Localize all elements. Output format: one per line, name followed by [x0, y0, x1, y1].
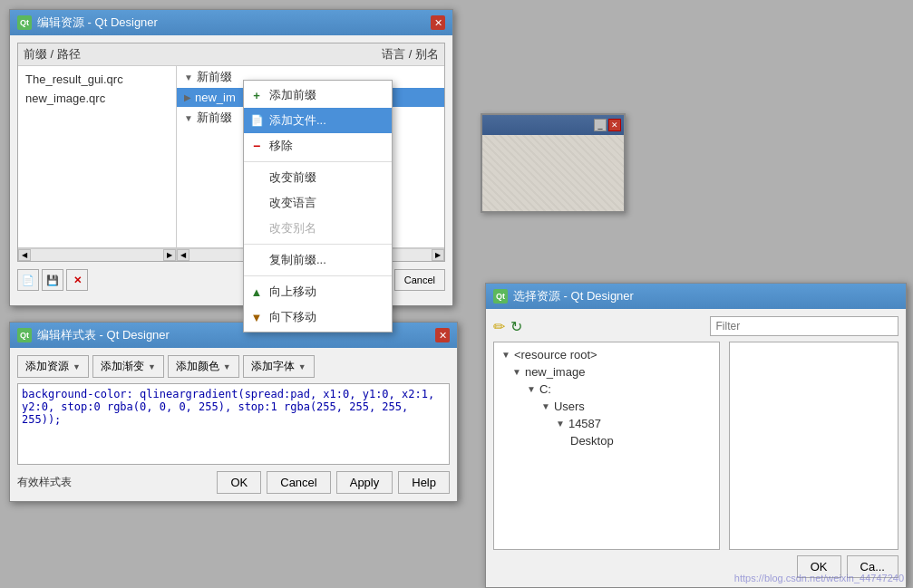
css-textarea[interactable]: background-color: qlineargradient(spread… — [17, 383, 450, 465]
tree-item[interactable]: ▼ Users — [498, 398, 715, 415]
add-color-button[interactable]: 添加颜色 ▼ — [168, 355, 239, 378]
separator-3 — [244, 275, 392, 276]
dropdown-arrow-icon-2: ▼ — [148, 362, 156, 371]
style-footer: 有效样式表 OK Cancel Apply Help — [17, 468, 450, 494]
context-change-alias-label: 改变别名 — [269, 220, 316, 236]
context-change-prefix-label: 改变前缀 — [269, 169, 316, 186]
style-footer-buttons: OK Cancel Apply Help — [217, 471, 450, 494]
close-button[interactable]: ✕ — [608, 119, 621, 131]
titlebar-left: Qt 编辑资源 - Qt Designer — [17, 14, 158, 31]
add-file-icon: 📄 — [249, 113, 264, 128]
select-resource-body: ✏ ↻ ▼ <resource root> ▼ new_image ▼ C: — [486, 309, 906, 587]
inner-qt-titlebar: _ ✕ — [482, 115, 624, 135]
add-gradient-label: 添加渐变 — [101, 359, 144, 374]
tree-item-label: <resource root> — [514, 348, 597, 361]
qt-logo-icon: Qt — [17, 15, 32, 30]
add-prefix-icon — [249, 88, 264, 102]
add-font-button[interactable]: 添加字体 ▼ — [243, 355, 315, 378]
expand-icon: ▶ — [184, 92, 191, 102]
context-move-up[interactable]: ▲ 向上移动 — [244, 279, 392, 304]
refresh-icon: ↻ — [510, 318, 522, 335]
expand-icon: ▼ — [184, 72, 193, 82]
minimize-button[interactable]: _ — [594, 119, 607, 131]
context-change-lang[interactable]: 改变语言 — [244, 190, 392, 216]
tree-item-label: new_image — [525, 365, 586, 379]
prefix-label: 新前缀 — [197, 110, 232, 126]
context-change-prefix[interactable]: 改变前缀 — [244, 165, 392, 190]
add-resource-button[interactable]: 添加资源 ▼ — [17, 355, 89, 378]
expand-icon: ▼ — [527, 384, 536, 394]
tree-item[interactable]: ▼ 14587 — [498, 415, 715, 432]
context-change-alias[interactable]: 改变别名 — [244, 216, 392, 241]
context-move-down-label: 向下移动 — [269, 309, 316, 325]
context-move-up-label: 向上移动 — [269, 284, 316, 300]
context-remove[interactable]: − 移除 — [244, 133, 392, 159]
style-apply-button[interactable]: Apply — [336, 471, 393, 494]
add-gradient-button[interactable]: 添加渐变 ▼ — [92, 355, 164, 378]
cancel-small-button[interactable]: Cancel — [394, 269, 445, 291]
select-resource-titlebar: Qt 选择资源 - Qt Designer — [486, 284, 906, 309]
expand-icon: ▼ — [501, 350, 510, 360]
delete-button[interactable]: ✕ — [66, 269, 88, 291]
separator-1 — [244, 161, 392, 162]
edit-resource-title: 编辑资源 - Qt Designer — [37, 14, 158, 31]
pencil-icon: ✏ — [493, 318, 505, 335]
tree-item-label: Desktop — [570, 434, 614, 448]
remove-icon: − — [249, 139, 264, 153]
context-change-lang-label: 改变语言 — [269, 195, 316, 211]
style-editor-title: 编辑样式表 - Qt Designer — [37, 327, 170, 343]
style-help-button[interactable]: Help — [398, 471, 450, 494]
style-cancel-button[interactable]: Cancel — [267, 471, 330, 494]
context-copy-prefix-label: 复制前缀... — [269, 252, 326, 268]
scroll-left-btn[interactable]: ◀ — [177, 249, 189, 261]
scroll-right-btn[interactable]: ▶ — [163, 249, 176, 261]
up-arrow-icon: ▲ — [249, 284, 264, 299]
edit-resource-close-button[interactable]: ✕ — [431, 15, 445, 30]
select-resource-title: 选择资源 - Qt Designer — [513, 288, 634, 304]
left-toolbar: 📄 💾 ✕ — [17, 269, 88, 291]
qt-logo-icon-2: Qt — [17, 328, 32, 342]
scroll-right-btn[interactable]: ▶ — [432, 249, 444, 261]
save-button[interactable]: 💾 — [42, 269, 63, 291]
context-move-down[interactable]: ▼ 向下移动 — [244, 304, 392, 330]
context-add-prefix-label: 添加前缀 — [269, 87, 316, 103]
list-item[interactable]: The_result_gui.qrc — [18, 70, 176, 89]
tree-item[interactable]: Desktop — [498, 432, 715, 449]
col2-header: 语言 / 别名 — [348, 46, 439, 63]
prefix-label: 新前缀 — [197, 69, 232, 85]
context-remove-label: 移除 — [269, 138, 293, 154]
expand-icon: ▼ — [556, 419, 565, 429]
resource-table-header: 前缀 / 路径 语言 / 别名 — [18, 43, 444, 66]
context-add-file[interactable]: 📄 添加文件... — [244, 108, 392, 133]
context-copy-prefix[interactable]: 复制前缀... — [244, 247, 392, 273]
col1-header: 前缀 / 路径 — [24, 46, 348, 63]
style-toolbar: 添加资源 ▼ 添加渐变 ▼ 添加颜色 ▼ 添加字体 ▼ — [17, 355, 450, 378]
style-titlebar-left: Qt 编辑样式表 - Qt Designer — [17, 327, 170, 343]
style-ok-button[interactable]: OK — [217, 471, 261, 494]
left-hscrollbar[interactable]: ◀ ▶ — [18, 248, 177, 261]
style-editor-close-button[interactable]: ✕ — [435, 328, 450, 342]
tree-item[interactable]: ▼ C: — [498, 381, 715, 398]
scroll-left-btn[interactable]: ◀ — [18, 249, 31, 261]
watermark-text: https://blog.csdn.net/weixin_44747240 — [734, 573, 904, 583]
inner-qt-window: _ ✕ — [481, 113, 626, 213]
expand-icon: ▼ — [512, 367, 521, 377]
tree-item-label: Users — [554, 400, 585, 413]
edit-resource-titlebar: Qt 编辑资源 - Qt Designer ✕ — [10, 10, 452, 35]
prefix-label: new_im — [195, 91, 236, 104]
add-resource-label: 添加资源 — [25, 359, 69, 374]
tree-item[interactable]: ▼ new_image — [498, 363, 715, 381]
style-editor-window: Qt 编辑样式表 - Qt Designer ✕ 添加资源 ▼ 添加渐变 ▼ 添… — [9, 322, 458, 502]
context-add-prefix[interactable]: 添加前缀 — [244, 82, 392, 108]
filter-input[interactable] — [710, 316, 899, 336]
resource-tree-panel[interactable]: ▼ <resource root> ▼ new_image ▼ C: ▼ Use… — [493, 342, 720, 550]
new-file-button[interactable]: 📄 — [17, 269, 39, 291]
list-item[interactable]: new_image.qrc — [18, 89, 176, 108]
context-menu: 添加前缀 📄 添加文件... − 移除 改变前缀 改变语言 改变别名 复制前缀.… — [243, 80, 393, 333]
dropdown-arrow-icon-3: ▼ — [223, 362, 231, 371]
left-pane[interactable]: The_result_gui.qrc new_image.qrc — [18, 66, 177, 247]
tree-item-label: 14587 — [568, 417, 601, 430]
add-font-label: 添加字体 — [251, 359, 295, 374]
qt-logo-icon-3: Qt — [493, 289, 508, 304]
tree-item[interactable]: ▼ <resource root> — [498, 346, 715, 363]
